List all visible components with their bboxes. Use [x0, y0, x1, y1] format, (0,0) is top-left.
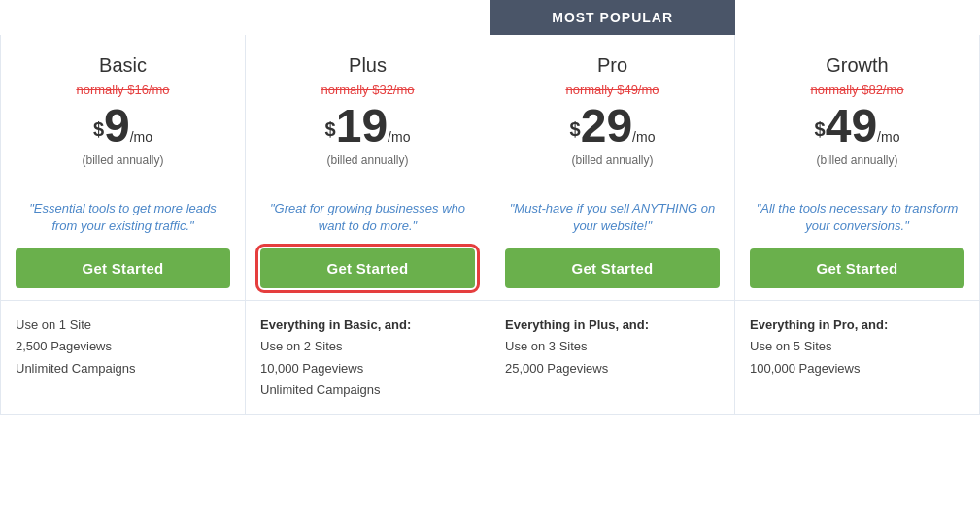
basic-amount: 9 [104, 100, 130, 151]
plus-description: "Great for growing businesses who want t… [260, 200, 475, 235]
basic-dollar: $ [93, 118, 104, 140]
plan-pro: Pro normally $49/mo $29/mo (billed annua… [490, 35, 735, 414]
growth-per-mo: /mo [877, 129, 899, 145]
growth-current-price: $49/mo [750, 103, 964, 149]
list-item: Everything in Pro, and: [750, 315, 964, 336]
plus-price-section: Plus normally $32/mo $19/mo (billed annu… [246, 35, 490, 182]
list-item: Everything in Basic, and: [260, 315, 475, 336]
list-item: Use on 1 Site [16, 315, 230, 336]
growth-amount: 49 [826, 100, 877, 151]
pricing-grid: Basic normally $16/mo $9/mo (billed annu… [0, 35, 980, 415]
growth-desc-section: "All the tools necessary to transform yo… [735, 182, 979, 301]
list-item: Everything in Plus, and: [505, 315, 720, 336]
plus-features: Everything in Basic, and: Use on 2 Sites… [246, 301, 490, 414]
pro-current-price: $29/mo [505, 103, 720, 149]
plan-basic: Basic normally $16/mo $9/mo (billed annu… [1, 35, 246, 414]
basic-plan-name: Basic [16, 54, 230, 77]
list-item: Use on 2 Sites [260, 336, 475, 357]
growth-get-started-button[interactable]: Get Started [750, 248, 964, 288]
list-item: Use on 5 Sites [750, 336, 964, 357]
pro-plan-name: Pro [505, 54, 720, 77]
growth-original-price: normally $82/mo [750, 83, 964, 97]
pro-price-section: Pro normally $49/mo $29/mo (billed annua… [490, 35, 734, 182]
plus-desc-section: "Great for growing businesses who want t… [246, 182, 490, 301]
pro-per-mo: /mo [632, 129, 655, 145]
growth-description: "All the tools necessary to transform yo… [750, 200, 964, 235]
plus-per-mo: /mo [388, 129, 410, 145]
pro-original-price: normally $49/mo [505, 83, 720, 97]
most-popular-banner: MOST POPULAR [490, 0, 735, 35]
list-item: 10,000 Pageviews [260, 358, 475, 380]
list-item: Unlimited Campaigns [260, 380, 475, 401]
basic-billed: (billed annually) [16, 153, 230, 167]
growth-features: Everything in Pro, and: Use on 5 Sites 1… [735, 301, 979, 392]
basic-features: Use on 1 Site 2,500 Pageviews Unlimited … [1, 301, 245, 392]
growth-dollar: $ [815, 118, 826, 140]
basic-desc-section: "Essential tools to get more leads from … [1, 182, 245, 301]
basic-original-price: normally $16/mo [16, 83, 230, 97]
growth-billed: (billed annually) [750, 153, 964, 167]
list-item: Use on 3 Sites [505, 336, 720, 357]
pro-desc-section: "Must-have if you sell ANYTHING on your … [490, 182, 734, 301]
plus-dollar: $ [325, 118, 336, 140]
plan-growth: Growth normally $82/mo $49/mo (billed an… [735, 35, 979, 414]
pro-description: "Must-have if you sell ANYTHING on your … [505, 200, 720, 235]
pro-billed: (billed annually) [505, 153, 720, 167]
list-item: Unlimited Campaigns [16, 358, 230, 380]
pro-features: Everything in Plus, and: Use on 3 Sites … [490, 301, 734, 392]
plan-plus: Plus normally $32/mo $19/mo (billed annu… [246, 35, 490, 414]
basic-description: "Essential tools to get more leads from … [16, 200, 230, 235]
basic-current-price: $9/mo [16, 103, 230, 149]
plus-billed: (billed annually) [260, 153, 475, 167]
pro-dollar: $ [570, 118, 581, 140]
plus-plan-name: Plus [260, 54, 475, 77]
basic-per-mo: /mo [130, 129, 152, 145]
basic-price-section: Basic normally $16/mo $9/mo (billed annu… [1, 35, 245, 182]
plus-amount: 19 [336, 100, 388, 151]
plus-get-started-button[interactable]: Get Started [260, 248, 475, 288]
list-item: 25,000 Pageviews [505, 358, 720, 380]
pro-get-started-button[interactable]: Get Started [505, 248, 720, 288]
growth-price-section: Growth normally $82/mo $49/mo (billed an… [735, 35, 979, 182]
basic-get-started-button[interactable]: Get Started [16, 248, 230, 288]
list-item: 100,000 Pageviews [750, 358, 964, 380]
pro-amount: 29 [581, 100, 632, 151]
plus-current-price: $19/mo [260, 103, 475, 149]
plus-original-price: normally $32/mo [260, 83, 475, 97]
list-item: 2,500 Pageviews [16, 336, 230, 357]
page-wrapper: MOST POPULAR Basic normally $16/mo $9/mo… [0, 0, 980, 415]
growth-plan-name: Growth [750, 54, 964, 77]
